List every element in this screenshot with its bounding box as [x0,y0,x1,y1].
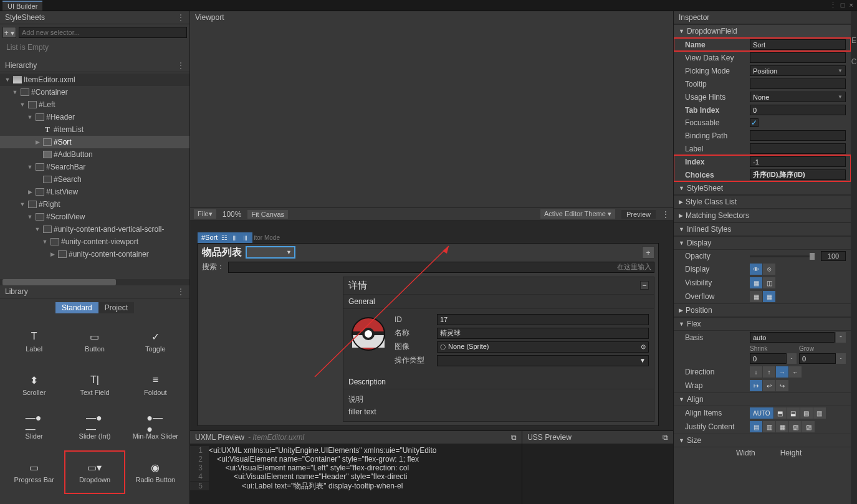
insp-sect-dropdownfield[interactable]: ▼DropdownField [674,24,851,38]
insp-sect-styleclass[interactable]: ▶Style Class List [674,195,851,209]
display-none-button[interactable]: ⦸ [763,264,775,275]
dir-button[interactable]: ← [789,366,802,378]
tree-row[interactable]: ▼#ScrollView [0,211,189,223]
hidden-button[interactable]: ◫ [763,277,775,288]
usagehints-dropdown[interactable]: None▼ [750,92,846,102]
general-header[interactable]: General [343,295,654,309]
tree-row[interactable]: ▼#Left [0,98,189,111]
add-selector-input[interactable] [19,27,187,38]
collapsed-far-panel[interactable]: EC [851,11,857,504]
popout-icon[interactable]: ⧉ [663,433,668,442]
lib-item-foldout[interactable]: ≡Foldout [125,363,186,407]
jc-button[interactable]: ▧ [789,421,802,432]
pickingmode-dropdown[interactable]: Position▼ [750,65,846,76]
tree-row-sort[interactable]: ▶#Sort [0,136,189,148]
lib-item-scroller[interactable]: ⬍Scroller [4,363,64,407]
image-field[interactable]: ◌ None (Sprite)⊙ [437,341,649,353]
more-icon[interactable]: ⋮ [177,61,184,70]
id-field[interactable]: 17 [437,314,649,325]
file-menu[interactable]: File▾ [194,209,216,219]
tree-row[interactable]: ▼#unity-content-viewport [0,235,189,248]
sort-dropdown[interactable]: ▼ [246,246,295,259]
dir-button[interactable]: ↓ [750,366,762,378]
ai-button[interactable]: ⬓ [787,407,800,419]
basis-input[interactable] [750,332,835,343]
lib-item-minmax[interactable]: ●—●Min-Max Slider [125,407,186,450]
insp-sect-align[interactable]: ▼Align [674,392,851,406]
more-icon[interactable]: ⋮ [662,210,669,219]
unit-dropdown[interactable]: - [787,353,797,364]
visible-button[interactable]: ▦ [750,277,762,288]
name-field[interactable]: 精灵球 [437,328,649,339]
lib-item-button[interactable]: ▭Button [64,320,125,363]
window-controls[interactable]: ⋮ □ × [830,1,855,9]
unit-dropdown[interactable]: - [836,353,846,364]
wrap-button[interactable]: ↪ [776,380,788,391]
tooltip-input[interactable] [750,78,846,89]
lib-item-dropdown[interactable]: ▭▾Dropdown [64,450,125,494]
tree-row[interactable]: T#itemList [0,123,189,136]
tabindex-input[interactable] [750,105,846,115]
name-input[interactable] [750,39,846,50]
lib-item-sliderint[interactable]: —●—Slider (Int) [64,407,125,450]
focusable-checkbox[interactable]: ✓ [750,118,759,127]
insp-sect-flex[interactable]: ▼Flex [674,317,851,331]
tree-row[interactable]: ▼#unity-content-and-vertical-scroll- [0,223,189,235]
lib-item-slider[interactable]: —●—Slider [4,407,64,450]
h-scrollbar[interactable] [0,279,189,285]
ai-auto-button[interactable]: AUTO [750,407,773,419]
insp-sect-position[interactable]: ▶Position [674,303,851,317]
tree-row-root[interactable]: ▼ItemEditor.uxml [0,74,189,86]
ai-button[interactable]: ▥ [813,407,826,419]
fit-canvas-button[interactable]: Fit Canvas [247,210,288,219]
insp-sect-display[interactable]: ▼Display [674,236,851,250]
index-input[interactable] [750,156,846,167]
lib-item-label[interactable]: TLabel [4,320,64,363]
tree-row[interactable]: ▶#ListView [0,186,189,198]
jc-button[interactable]: ▥ [763,421,775,432]
tree-row[interactable]: ▼#Header [0,111,189,123]
jc-button[interactable]: ▦ [776,421,788,432]
lib-item-progress[interactable]: ▭Progress Bar [4,450,64,494]
overflow-visible-button[interactable]: ▦ [750,291,762,302]
add-item-button[interactable]: + [642,246,654,259]
unit-dropdown[interactable]: - [836,332,846,343]
more-icon[interactable]: ⋮ [177,287,184,296]
grow-input[interactable] [799,353,836,364]
tree-row[interactable]: ▼#Right [0,198,189,211]
opacity-value[interactable]: 100 [821,251,846,261]
library-tab-project[interactable]: Project [98,302,134,313]
display-flex-button[interactable]: 👁 [750,264,762,275]
more-icon[interactable]: ⋮ [177,13,184,22]
jc-button[interactable]: ▤ [750,421,762,432]
tree-row[interactable]: ▶#unity-content-container [0,248,189,260]
preview-button[interactable]: Preview [621,210,656,219]
lib-item-textfield[interactable]: T|Text Field [64,363,125,407]
opacity-slider[interactable] [750,255,815,257]
label-input[interactable] [750,143,846,154]
viewdatakey-input[interactable] [750,52,846,63]
dir-button[interactable]: → [776,366,788,378]
wrap-button[interactable]: ↦ [750,380,762,391]
jc-button[interactable]: ▨ [802,421,815,432]
canvas[interactable]: #Sort☷⫼⫼itor Mode 物品列表 ▼ + 搜索： 在这里输入 [190,221,673,431]
lib-item-toggle[interactable]: ✓Toggle [125,320,186,363]
dir-button[interactable]: ↑ [763,366,775,378]
insp-sect-stylesheet[interactable]: ▼StyleSheet [674,181,851,195]
add-selector-button[interactable]: + ▾ [2,27,16,38]
insp-sect-size[interactable]: ▼Size [674,434,851,447]
search-input[interactable]: 在这里输入 [228,262,654,273]
lib-item-radio[interactable]: ◉Radio Button [125,450,186,494]
theme-dropdown[interactable]: Active Editor Theme ▾ [540,209,615,219]
overflow-hidden-button[interactable]: ▦ [763,291,775,302]
shrink-input[interactable] [750,353,787,364]
wrap-button[interactable]: ↩ [763,380,775,391]
tree-row[interactable]: #Search [0,173,189,186]
tree-row[interactable]: #AddButton [0,148,189,161]
popout-icon[interactable]: ⧉ [511,433,517,442]
library-tab-standard[interactable]: Standard [55,302,98,313]
object-picker-icon[interactable]: ⊙ [641,343,646,350]
minimize-icon[interactable]: – [640,281,649,290]
insp-sect-matching[interactable]: ▶Matching Selectors [674,209,851,222]
tree-row[interactable]: ▼#SearchBar [0,161,189,173]
